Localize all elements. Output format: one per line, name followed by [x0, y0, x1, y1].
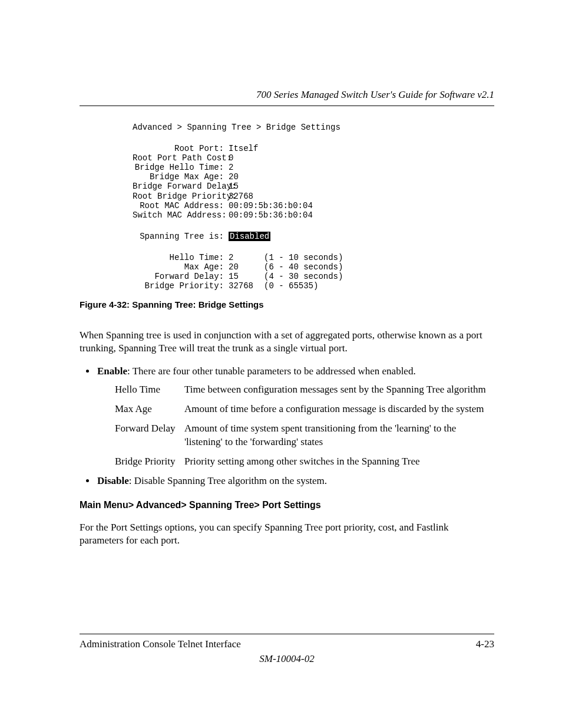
info-value: 2: [229, 163, 233, 172]
info-value: 32768: [229, 192, 253, 201]
list-item: Disable: Disable Spanning Tree algorithm…: [96, 475, 494, 488]
param-row: Bridge Priority Priority setting among o…: [115, 455, 494, 469]
param-desc: Priority setting among other switches in…: [184, 455, 494, 469]
info-value: 20: [229, 172, 239, 182]
tunable-value: 20: [229, 262, 264, 272]
param-desc: Amount of time system spent transitionin…: [184, 422, 494, 449]
tunable-value: 32768: [229, 281, 264, 291]
footer-doc-id: SM-10004-02: [80, 653, 494, 666]
tunable-label: Bridge Priority:: [133, 281, 229, 291]
bullet-list: Enable: There are four other tunable par…: [80, 365, 494, 488]
param-desc: Amount of time before a configuration me…: [184, 403, 494, 416]
info-value: Itself: [229, 144, 258, 153]
info-label: Bridge Forward Delay:: [133, 182, 229, 191]
section-heading: Main Menu> Advanced> Spanning Tree> Port…: [80, 499, 494, 512]
info-value: 15: [229, 182, 239, 191]
page: 700 Series Managed Switch User's Guide f…: [0, 0, 562, 728]
enable-label: Enable: [97, 365, 127, 377]
param-name: Hello Time: [115, 383, 184, 397]
tunable-range: (1 - 10 seconds): [264, 253, 343, 262]
footer-rule: [80, 634, 494, 634]
info-label: Bridge Hello Time:: [133, 163, 229, 172]
page-footer: Administration Console Telnet Interface …: [80, 634, 494, 666]
tunable-label: Max Age:: [133, 262, 229, 272]
status-value: Disabled: [229, 232, 270, 241]
info-value: 0: [229, 153, 233, 163]
info-label: Bridge Max Age:: [133, 172, 229, 182]
info-label: Root Bridge Priority:: [133, 192, 229, 201]
tunable-range: (6 - 40 seconds): [264, 262, 343, 272]
terminal-screenshot: Advanced > Spanning Tree > Bridge Settin…: [133, 123, 494, 291]
tunable-value: 2: [229, 253, 264, 262]
info-label: Switch MAC Address:: [133, 210, 229, 220]
param-row: Hello Time Time between configuration me…: [115, 383, 494, 397]
info-label: Root MAC Address:: [133, 201, 229, 210]
tunable-range: (0 - 65535): [264, 281, 318, 291]
footer-page-number: 4-23: [476, 638, 494, 651]
tunable-label: Forward Delay:: [133, 272, 229, 281]
tunable-label: Hello Time:: [133, 253, 229, 262]
disable-text: : Disable Spanning Tree algorithm on the…: [129, 475, 327, 486]
enable-text: : There are four other tunable parameter…: [127, 365, 416, 377]
tunable-value: 15: [229, 272, 264, 281]
param-name: Bridge Priority: [115, 455, 184, 469]
param-row: Forward Delay Amount of time system spen…: [115, 422, 494, 449]
status-label: Spanning Tree is:: [133, 232, 229, 241]
param-name: Forward Delay: [115, 422, 184, 449]
info-label: Root Port Path Cost:: [133, 153, 229, 163]
figure-caption: Figure 4-32: Spanning Tree: Bridge Setti…: [80, 299, 494, 311]
body-paragraph: For the Port Settings options, you can s…: [80, 521, 494, 548]
list-item: Enable: There are four other tunable par…: [96, 365, 494, 469]
header-rule: [80, 106, 494, 106]
running-header: 700 Series Managed Switch User's Guide f…: [80, 88, 494, 102]
footer-left: Administration Console Telnet Interface: [80, 638, 241, 651]
info-label: Root Port:: [133, 144, 229, 153]
param-table: Hello Time Time between configuration me…: [115, 383, 494, 469]
param-row: Max Age Amount of time before a configur…: [115, 403, 494, 416]
tunable-range: (4 - 30 seconds): [264, 272, 343, 281]
body-paragraph: When Spanning tree is used in conjunctio…: [80, 329, 494, 356]
screenshot-breadcrumb: Advanced > Spanning Tree > Bridge Settin…: [133, 123, 494, 132]
info-value: 00:09:5b:36:b0:04: [229, 210, 313, 220]
param-desc: Time between configuration messages sent…: [184, 383, 494, 397]
param-name: Max Age: [115, 403, 184, 416]
info-value: 00:09:5b:36:b0:04: [229, 201, 313, 210]
disable-label: Disable: [97, 475, 129, 486]
